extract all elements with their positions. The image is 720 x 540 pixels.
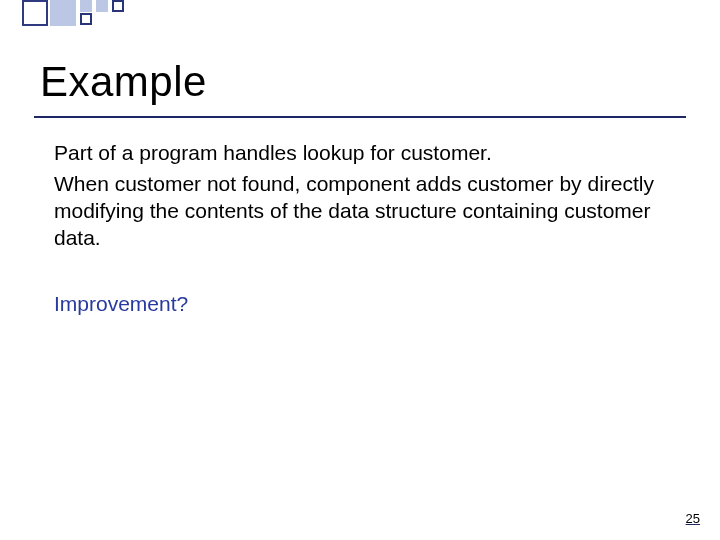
slide-body: Part of a program handles lookup for cus… (54, 140, 654, 256)
improvement-prompt: Improvement? (54, 292, 188, 316)
deco-square-outline-small-1 (80, 13, 92, 25)
slide-title: Example (40, 58, 207, 106)
body-line-1: Part of a program handles lookup for cus… (54, 140, 654, 167)
deco-square-outline-large (22, 0, 48, 26)
deco-square-fill-small-1 (80, 0, 92, 12)
deco-square-fill-small-2 (96, 0, 108, 12)
title-underline (34, 116, 686, 118)
corner-decoration (22, 0, 152, 26)
deco-square-fill-large (50, 0, 76, 26)
body-line-2: When customer not found, component adds … (54, 171, 654, 252)
deco-square-outline-small-2 (112, 0, 124, 12)
page-number: 25 (686, 511, 700, 526)
